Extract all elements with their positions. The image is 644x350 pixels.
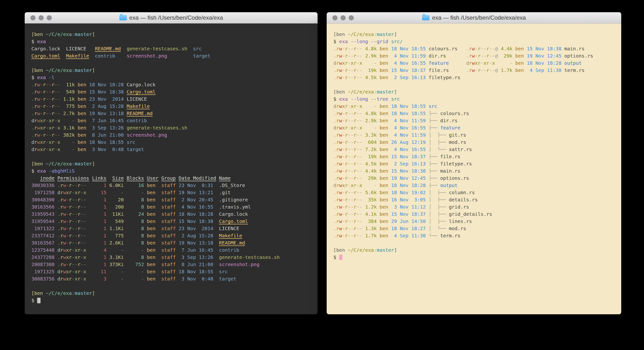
terminal-line: .rw-r--r-- 1.3k ben 18 Nov 18:27 │ └── m… xyxy=(334,225,621,232)
terminal-line: 30030336 .rw-r--r-- 1 6.0Ki 16 ben staff… xyxy=(32,182,318,189)
terminal-line: .rw-r--r-- 1.2k ben 3 Nov 11:12 │ ├── gr… xyxy=(334,203,621,210)
terminal-line: $ xyxy=(334,254,621,261)
terminal-line: 31959544 .rw-r--r-- 1 549 8 ben staff 15… xyxy=(32,218,318,225)
terminal-line: $ exa --long --grid src/ xyxy=(334,38,621,45)
terminal-line: 23377412 .rw-r--r-- 1 775 8 ben staff 2 … xyxy=(32,232,318,239)
title-bar[interactable]: exa — fish /Users/ben/Code/exa/exa xyxy=(327,12,621,24)
zoom-button[interactable] xyxy=(349,15,354,20)
window-title-text: exa — fish /Users/ben/Code/exa/exa xyxy=(432,14,526,21)
minimize-button[interactable] xyxy=(38,15,44,20)
terminal-line: 1971322 .rw-r--r-- 1 1.1Ki 8 ben staff 2… xyxy=(32,225,318,232)
terminal-line: 30163566 .rw-r--r-- 1 200 8 ben staff 4 … xyxy=(32,203,318,210)
terminal-line: [ben ~/C/e/exa:master] xyxy=(334,31,621,38)
terminal-line: $ exa -abghHliS xyxy=(32,167,318,174)
terminal-line: Cargo.toml Makefile contrib screenshot.p… xyxy=(32,52,318,60)
window-title: exa — fish /Users/ben/Code/exa/exa xyxy=(119,14,223,21)
terminal-line: .rw-r--r-- 604 ben 26 Aug 12:19 │ ├── mo… xyxy=(334,138,621,146)
terminal-line: $ xyxy=(32,297,318,304)
minimize-button[interactable] xyxy=(340,15,346,20)
terminal-line: .rwxr-xr-x 3.1k ben 3 Sep 13:26 generate… xyxy=(32,124,318,131)
folder-icon xyxy=(119,15,127,20)
terminal-line: 31959543 .rw-r--r-- 1 11Ki 24 ben staff … xyxy=(32,210,318,218)
terminal-line xyxy=(334,239,621,246)
terminal-line: [ben ~/C/e/exa:master] xyxy=(334,88,621,96)
text-cursor xyxy=(339,254,342,260)
text-cursor xyxy=(37,298,40,303)
terminal-line: .rw-r--r-- 3.3k ben 4 Nov 11:59 │ ├── gi… xyxy=(334,131,621,138)
terminal-line: 30083756 drwxr-xr-x 3 - - ben staff 3 No… xyxy=(32,275,318,282)
terminal-line: 20087308 .rw-r--r-- 1 373Ki 752 ben staf… xyxy=(32,261,318,268)
terminal-line: 24377288 .rwxr-xr-x 1 3.1Ki 8 ben staff … xyxy=(32,254,318,261)
terminal-line: .rw-r--r-- 4.5k ben 2 Sep 16:13 ├── file… xyxy=(334,160,621,167)
terminal-line: [ben ~/C/e/exa:master] xyxy=(32,290,318,297)
terminal-line: .rw-r--r-- 384 ben 29 Jun 14:50 │ ├── li… xyxy=(334,218,621,225)
terminal-line: .rw-r--r-- 2.7k ben 19 Nov 13:18 README.… xyxy=(32,110,318,117)
terminal-output[interactable]: [ben ~/C/e/exa:master]$ exa --long --gri… xyxy=(327,24,621,314)
folder-icon xyxy=(422,15,430,20)
terminal-line xyxy=(32,282,318,290)
terminal-line: Cargo.lock LICENCE README.md generate-te… xyxy=(32,45,318,52)
terminal-line: .rw-r--r-- 7.2k ben 4 Nov 16:55 │ └── xa… xyxy=(334,146,621,153)
terminal-line: 1971258 drwxr-xr-x 15 - - ben staff 19 N… xyxy=(32,189,318,196)
terminal-line: .rw-r--r-- 1.1k ben 23 Nov 2014 LICENCE xyxy=(32,96,318,102)
terminal-line: 1971325 drwxr-xr-x 11 - - ben staff 18 N… xyxy=(32,268,318,275)
terminal-line: .rw-r--r-- 11k ben 18 Nov 18:28 Cargo.lo… xyxy=(32,81,318,88)
terminal-line: .rw-r--r-- 4.1k ben 15 Nov 18:37 │ ├── g… xyxy=(334,210,621,218)
terminal-line: .rw-r--r-- 2.9k ben 4 Nov 11:59 dir.rs .… xyxy=(334,52,621,60)
terminal-line: .rw-r--r-- 19k ben 15 Nov 18:37 file.rs … xyxy=(334,67,621,74)
terminal-line: .rw-r--r-- 382k ben 8 Jun 21:00 screensh… xyxy=(32,131,318,138)
desktop-background: { "page": {"background": "#000000"}, "wi… xyxy=(0,0,644,350)
terminal-line: .rw-r--r-- 775 ben 2 Aug 15:28 Makefile xyxy=(32,102,318,110)
terminal-line: .rw-r--r-- 35k ben 16 Nov 3:05 │ ├── det… xyxy=(334,196,621,203)
window-title: exa — fish /Users/ben/Code/exa/exa xyxy=(422,14,526,21)
terminal-line: drwxr-xr-x - ben 18 Nov 18:28 ├── output xyxy=(334,182,621,189)
terminal-line: 30163567 .rw-r--r-- 1 2.6Ki 8 ben staff … xyxy=(32,239,318,246)
terminal-line: .rw-r--r-- 5.6k ben 18 Nov 19:02 │ ├── c… xyxy=(334,189,621,196)
window-title-text: exa — fish /Users/ben/Code/exa/exa xyxy=(130,14,223,21)
terminal-line: .rw-r--r-- 19k ben 15 Nov 18:37 ├── file… xyxy=(334,153,621,160)
terminal-line: $ exa xyxy=(32,38,318,45)
title-bar[interactable]: exa — fish /Users/ben/Code/exa/exa xyxy=(25,12,318,24)
terminal-line xyxy=(32,153,318,160)
terminal-line: .rw-r--r-- 4.8k ben 18 Nov 18:55 ├── col… xyxy=(334,110,621,117)
terminal-line: [ben ~/C/e/exa:master] xyxy=(32,31,318,38)
terminal-line: 12375448 drwxr-xr-x 4 - - ben staff 7 Ju… xyxy=(32,246,318,254)
terminal-line xyxy=(334,81,621,88)
terminal-line: 30048390 .rw-r--r-- 1 20 8 ben staff 2 N… xyxy=(32,196,318,203)
terminal-line: .rw-r--r-- 29k ben 19 Nov 12:45 ├── opti… xyxy=(334,174,621,182)
terminal-line: .rw-r--r-- 1.7k ben 4 Sep 11:30 └── term… xyxy=(334,232,621,239)
terminal-line xyxy=(32,60,318,67)
terminal-line: .rw-r--r-- 2.9k ben 4 Nov 11:59 ├── dir.… xyxy=(334,117,621,124)
close-button[interactable] xyxy=(332,15,338,20)
terminal-line: drwxr-xr-x - ben 3 Nov 0:48 target xyxy=(32,146,318,153)
terminal-line: inode Permissions Links Size Blocks User… xyxy=(32,174,318,182)
terminal-line: drwxr-xr-x - ben 7 Jun 16:45 contrib xyxy=(32,117,318,124)
terminal-line: $ exa --long --tree src xyxy=(334,96,621,102)
terminal-line: [ben ~/C/e/exa:master] xyxy=(334,246,621,254)
terminal-window-dark: exa — fish /Users/ben/Code/exa/exa [ben … xyxy=(25,12,318,314)
traffic-lights xyxy=(332,12,354,23)
traffic-lights xyxy=(30,12,52,23)
terminal-line: [ben ~/C/e/exa:master] xyxy=(32,160,318,167)
terminal-line: drwxr-xr-x - ben 4 Nov 16:55 ├── feature xyxy=(334,124,621,131)
terminal-line: drwxr-xr-x - ben 18 Nov 18:55 src xyxy=(32,138,318,146)
terminal-output[interactable]: [ben ~/C/e/exa:master]$ exaCargo.lock LI… xyxy=(25,24,318,314)
terminal-line: .rw-r--r-- 4.8k ben 18 Nov 18:55 colours… xyxy=(334,45,621,52)
terminal-window-light: exa — fish /Users/ben/Code/exa/exa [ben … xyxy=(327,12,621,314)
terminal-line: drwxr-xr-x - ben 18 Nov 18:55 src xyxy=(334,102,621,110)
terminal-line: .rw-r--r-- 549 ben 15 Nov 18:38 Cargo.to… xyxy=(32,88,318,96)
terminal-line: drwxr-xr-x - ben 4 Nov 16:55 feature drw… xyxy=(334,60,621,67)
zoom-button[interactable] xyxy=(47,15,52,20)
terminal-line: .rw-r--r-- 4.5k ben 2 Sep 16:13 filetype… xyxy=(334,74,621,81)
terminal-line: .rw-r--r-- 4.4k ben 15 Nov 18:38 ├── mai… xyxy=(334,167,621,174)
close-button[interactable] xyxy=(30,15,36,20)
terminal-line: $ exa -l xyxy=(32,74,318,81)
terminal-line: [ben ~/C/e/exa:master] xyxy=(32,67,318,74)
